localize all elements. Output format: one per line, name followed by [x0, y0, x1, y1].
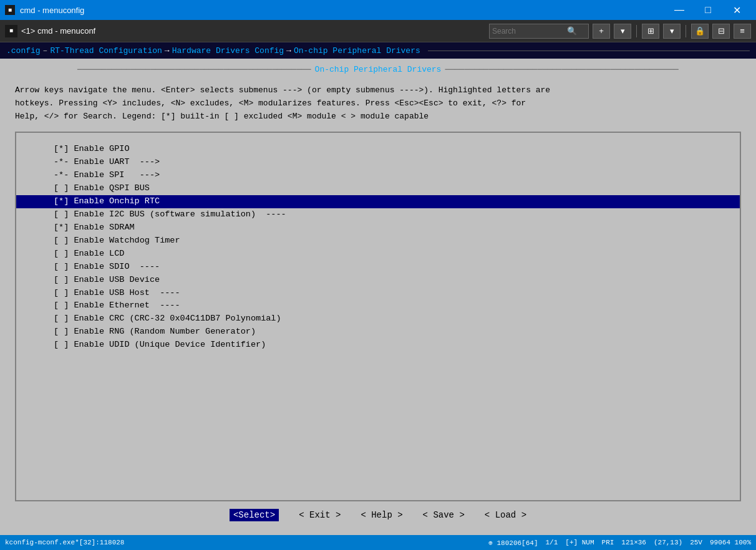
title-bar-text: cmd - menuconfig — [20, 6, 660, 15]
status-pos8: 99064 100% — [710, 539, 751, 547]
view-dropdown-button[interactable]: ▾ — [663, 24, 681, 39]
menu-item[interactable]: [ ] Enable RNG (Random Number Generator) — [16, 326, 740, 339]
menu-item[interactable]: [*] Enable SDRAM — [16, 221, 740, 234]
search-box: 🔍 — [489, 24, 589, 39]
toolbar-separator-1 — [636, 25, 637, 37]
status-bar: kconfig-mconf.exe*[32]:118028 ⊕ 180206[6… — [0, 535, 756, 550]
menu-item[interactable]: [*] Enable GPIO — [16, 143, 740, 156]
search-input[interactable] — [490, 27, 565, 36]
help-line3: Help, </> for Search. Legend: [*] built-… — [15, 110, 741, 123]
exit-button[interactable]: < Exit > — [299, 510, 341, 520]
breadcrumb-arrow2: → — [286, 46, 291, 55]
title-bar-controls: — □ ✕ — [665, 0, 751, 20]
status-pos4: PRI — [602, 539, 614, 547]
menu-item[interactable]: [*] Enable Onchip RTC — [16, 195, 740, 208]
breadcrumb-arrow1: → — [165, 46, 170, 55]
maximize-button[interactable]: □ — [694, 0, 722, 20]
breadcrumb-onchip: On-chip Peripheral Drivers — [294, 46, 420, 55]
help-text: Arrow keys navigate the menu. <Enter> se… — [10, 82, 746, 125]
menu-item[interactable]: [ ] Enable I2C BUS (software simulation)… — [16, 208, 740, 221]
menu-item[interactable]: [ ] Enable CRC (CRC-32 0x04C11DB7 Polyno… — [16, 312, 740, 326]
menu-item[interactable]: [ ] Enable USB Host ---- — [16, 287, 740, 300]
split-button[interactable]: ⊟ — [712, 24, 730, 39]
breadcrumb-config: .config — [6, 46, 41, 55]
menu-item[interactable]: [ ] Enable LCD — [16, 248, 740, 261]
breadcrumb-hardware: Hardware Drivers Config — [172, 46, 284, 55]
breadcrumb-sep1: – — [43, 46, 48, 55]
header-dashes-left: ────────────────────────────────────────… — [77, 65, 311, 74]
status-pos1: ⊕ 180206[64] — [488, 539, 538, 547]
toolbar-app-icon: ■ — [5, 25, 17, 37]
status-right: ⊕ 180206[64] 1/1 [+] NUM PRI 121×36 (27,… — [488, 539, 751, 547]
menu-item[interactable]: [ ] Enable UDID (Unique Device Identifie… — [16, 339, 740, 352]
toolbar-separator-2 — [686, 25, 686, 37]
panel-header: ────────────────────────────────────────… — [10, 65, 746, 77]
main-area: ────────────────────────────────────────… — [0, 59, 756, 535]
toolbar: ■ <1> cmd - menuconf 🔍 + ▾ ⊞ ▾ 🔒 ⊟ ≡ — [0, 20, 756, 42]
breadcrumb-bar: .config – RT-Thread Configuration → Hard… — [0, 42, 756, 59]
header-dashes-right: ────────────────────────────────────────… — [445, 65, 678, 74]
app-icon: ■ — [5, 5, 15, 15]
save-button[interactable]: < Save > — [423, 510, 465, 520]
status-pos7: 25V — [690, 539, 702, 547]
menu-item[interactable]: -*- Enable SPI ---> — [16, 169, 740, 182]
lock-button[interactable]: 🔒 — [691, 24, 709, 39]
status-left: kconfig-mconf.exe*[32]:118028 — [5, 539, 124, 546]
help-line2: hotkeys. Pressing <Y> includes, <N> excl… — [15, 97, 741, 110]
menu-box: [*] Enable GPIO-*- Enable UART --->-*- E… — [15, 132, 741, 501]
load-button[interactable]: < Load > — [485, 510, 526, 520]
bottom-bar: <Select> < Exit > < Help > < Save > < Lo… — [10, 501, 746, 529]
view-button[interactable]: ⊞ — [642, 24, 659, 39]
status-pos5: 121×36 — [621, 539, 646, 547]
help-button[interactable]: < Help > — [361, 510, 402, 520]
toolbar-tab-title: <1> cmd - menuconf — [21, 26, 485, 36]
status-pos6: (27,13) — [654, 539, 682, 547]
menu-item[interactable]: [ ] Enable QSPI BUS — [16, 182, 740, 195]
panel-title: On-chip Peripheral Drivers — [311, 65, 445, 74]
menu-item[interactable]: [ ] Enable USB Device — [16, 274, 740, 287]
close-button[interactable]: ✕ — [722, 0, 751, 20]
help-line1: Arrow keys navigate the menu. <Enter> se… — [15, 84, 741, 97]
menu-item[interactable]: [ ] Enable Ethernet ---- — [16, 299, 740, 312]
status-pos3: [+] NUM — [565, 539, 594, 547]
status-pos2: 1/1 — [546, 539, 558, 547]
breadcrumb-rt: RT-Thread Configuration — [50, 46, 162, 55]
menu-content[interactable]: [*] Enable GPIO-*- Enable UART --->-*- E… — [16, 133, 740, 500]
search-button[interactable]: 🔍 — [565, 24, 579, 39]
title-bar: ■ cmd - menuconfig — □ ✕ — [0, 0, 756, 20]
menu-item[interactable]: -*- Enable UART ---> — [16, 156, 740, 169]
select-button[interactable]: <Select> — [230, 509, 279, 521]
menu-item[interactable]: [ ] Enable SDIO ---- — [16, 261, 740, 274]
add-dropdown-button[interactable]: ▾ — [614, 24, 631, 39]
minimize-button[interactable]: — — [665, 0, 694, 20]
add-button[interactable]: + — [593, 24, 610, 39]
menu-button[interactable]: ≡ — [734, 24, 751, 39]
menu-item[interactable]: [ ] Enable Watchdog Timer — [16, 234, 740, 248]
